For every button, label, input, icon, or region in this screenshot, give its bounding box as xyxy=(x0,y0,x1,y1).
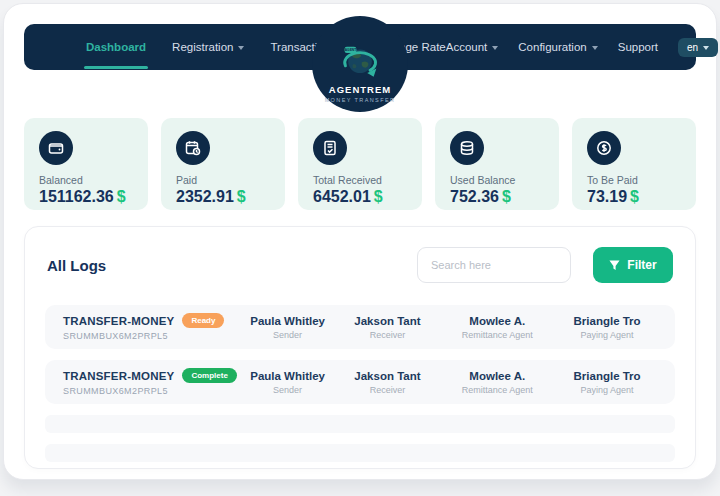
currency-symbol: $ xyxy=(117,188,126,205)
remittance-agent-name: Mowlee A. xyxy=(437,370,557,382)
currency-symbol: $ xyxy=(374,188,383,205)
dollar-circle-icon xyxy=(587,131,621,165)
filter-funnel-icon xyxy=(609,260,620,271)
nav-item-label: Account xyxy=(446,41,488,53)
app-window: Dashboard Registration Transaction Excha… xyxy=(3,3,717,480)
stat-card-paid: Paid 2352.91$ xyxy=(161,118,285,210)
nav-item-label: Dashboard xyxy=(86,41,146,53)
nav-item-label: Registration xyxy=(172,41,233,53)
stat-label: Used Balance xyxy=(450,174,544,186)
transaction-type-cell: TRANSFER-MONEY Ready SRUMMBUX6M2PRPL5 xyxy=(63,313,238,341)
transaction-type: TRANSFER-MONEY xyxy=(63,315,174,327)
chevron-down-icon xyxy=(492,46,498,50)
sender-role: Sender xyxy=(238,385,338,395)
stat-label: Balanced xyxy=(39,174,133,186)
panel-title: All Logs xyxy=(47,257,106,274)
remittance-agent-role: Remittance Agent xyxy=(437,330,557,340)
nav-item-dashboard[interactable]: Dashboard xyxy=(86,41,146,53)
stat-amount: 6452.01 xyxy=(313,188,371,205)
stat-value: 2352.91$ xyxy=(176,188,270,206)
paying-agent-name: Briangle Tro xyxy=(557,370,657,382)
language-selector[interactable]: en xyxy=(678,38,718,57)
status-badge: Complete xyxy=(182,368,236,383)
chevron-down-icon xyxy=(592,46,598,50)
log-row[interactable]: TRANSFER-MONEY Ready SRUMMBUX6M2PRPL5 Pa… xyxy=(45,305,675,349)
currency-symbol: $ xyxy=(630,188,639,205)
status-badge: Ready xyxy=(182,313,224,328)
transaction-reference: SRUMMBUX6M2PRPL5 xyxy=(63,386,238,396)
sender-cell: Paula Whitley Sender xyxy=(238,315,338,340)
coins-stack-icon xyxy=(450,131,484,165)
remittance-agent-cell: Mowlee A. Remittance Agent xyxy=(437,370,557,395)
nav-item-label: Configuration xyxy=(518,41,586,53)
empty-log-row xyxy=(45,415,675,433)
currency-symbol: $ xyxy=(237,188,246,205)
stat-label: To Be Paid xyxy=(587,174,681,186)
receiver-name: Jakson Tant xyxy=(338,315,438,327)
receiver-cell: Jakson Tant Receiver xyxy=(338,370,438,395)
app-background: Dashboard Registration Transaction Excha… xyxy=(0,0,720,496)
stat-card-to-be-paid: To Be Paid 73.19$ xyxy=(572,118,696,210)
receiver-name: Jakson Tant xyxy=(338,370,438,382)
stat-card-used-balance: Used Balance 752.36$ xyxy=(435,118,559,210)
nav-item-label: Support xyxy=(618,41,658,53)
paying-agent-role: Paying Agent xyxy=(557,385,657,395)
log-rows-list: TRANSFER-MONEY Ready SRUMMBUX6M2PRPL5 Pa… xyxy=(45,305,675,462)
stat-value: 752.36$ xyxy=(450,188,544,206)
paying-agent-cell: Briangle Tro Paying Agent xyxy=(557,315,657,340)
sender-name: Paula Whitley xyxy=(238,315,338,327)
logo-title: AGENTREM xyxy=(329,84,391,95)
transaction-type: TRANSFER-MONEY xyxy=(63,370,174,382)
stats-cards-row: Balanced 151162.36$ Paid 2352.91$ xyxy=(24,118,696,210)
receiver-role: Receiver xyxy=(338,385,438,395)
receipt-check-icon xyxy=(313,131,347,165)
remittance-agent-role: Remittance Agent xyxy=(437,385,557,395)
receiver-cell: Jakson Tant Receiver xyxy=(338,315,438,340)
log-row[interactable]: TRANSFER-MONEY Complete SRUMMBUX6M2PRPL5… xyxy=(45,360,675,404)
sender-cell: Paula Whitley Sender xyxy=(238,370,338,395)
transaction-type-cell: TRANSFER-MONEY Complete SRUMMBUX6M2PRPL5 xyxy=(63,368,238,396)
stat-card-balanced: Balanced 151162.36$ xyxy=(24,118,148,210)
chevron-down-icon xyxy=(703,46,709,50)
paying-agent-role: Paying Agent xyxy=(557,330,657,340)
nav-menu-right: Account Configuration Support en xyxy=(446,37,720,58)
language-code: en xyxy=(687,42,698,53)
all-logs-panel: All Logs Filter TRANSFER-MONEY Ready xyxy=(24,226,696,469)
calendar-clock-icon xyxy=(176,131,210,165)
remittance-agent-cell: Mowlee A. Remittance Agent xyxy=(437,315,557,340)
stat-amount: 151162.36 xyxy=(39,188,114,205)
remittance-agent-name: Mowlee A. xyxy=(437,315,557,327)
chevron-down-icon xyxy=(238,46,244,50)
paying-agent-name: Briangle Tro xyxy=(557,315,657,327)
stat-card-total-received: Total Received 6452.01$ xyxy=(298,118,422,210)
stat-value: 73.19$ xyxy=(587,188,681,206)
search-input[interactable] xyxy=(417,247,571,283)
currency-symbol: $ xyxy=(502,188,511,205)
transaction-reference: SRUMMBUX6M2PRPL5 xyxy=(63,331,238,341)
empty-log-row xyxy=(45,444,675,462)
stat-value: 151162.36$ xyxy=(39,188,133,206)
logo-badge-text: AGENT xyxy=(345,48,356,52)
paying-agent-cell: Briangle Tro Paying Agent xyxy=(557,370,657,395)
stat-amount: 752.36 xyxy=(450,188,499,205)
nav-item-registration[interactable]: Registration xyxy=(172,41,244,53)
nav-item-support[interactable]: Support xyxy=(618,41,658,53)
stat-value: 6452.01$ xyxy=(313,188,407,206)
stat-amount: 2352.91 xyxy=(176,188,234,205)
receiver-role: Receiver xyxy=(338,330,438,340)
nav-item-configuration[interactable]: Configuration xyxy=(518,41,597,53)
filter-button-label: Filter xyxy=(627,258,656,272)
logo-subtitle: MONEY TRANSFER xyxy=(325,97,396,103)
stat-amount: 73.19 xyxy=(587,188,627,205)
globe-logo-icon: AGENT xyxy=(339,44,381,84)
wallet-icon xyxy=(39,131,73,165)
stat-label: Total Received xyxy=(313,174,407,186)
nav-item-account[interactable]: Account xyxy=(446,41,499,53)
filter-button[interactable]: Filter xyxy=(593,247,673,283)
brand-logo[interactable]: AGENT AGENTREM MONEY TRANSFER xyxy=(312,16,408,112)
stat-label: Paid xyxy=(176,174,270,186)
sender-role: Sender xyxy=(238,330,338,340)
sender-name: Paula Whitley xyxy=(238,370,338,382)
